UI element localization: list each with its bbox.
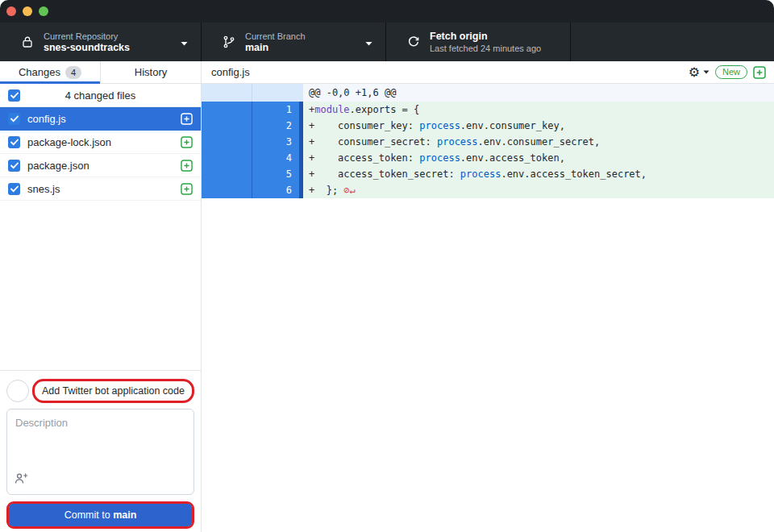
open-file-name: config.js (211, 66, 689, 78)
file-row-package-lock.json[interactable]: package-lock.json (0, 131, 201, 154)
chevron-down-icon (181, 35, 188, 49)
annotation-highlight-summary: Add Twitter bot application code (32, 379, 194, 403)
current-branch-label: Current Branch (245, 31, 360, 42)
diff-code-text: + access_token_secret: process.env.acces… (303, 166, 774, 182)
close-window-button[interactable] (6, 6, 16, 16)
fetch-origin-button[interactable]: Fetch origin Last fetched 24 minutes ago (386, 23, 571, 61)
file-row-config.js[interactable]: config.js (0, 107, 201, 131)
commit-button-prefix: Commit to (64, 509, 113, 521)
diff-line-2[interactable]: 2+ consumer_key: process.env.consumer_ke… (202, 118, 774, 134)
sidebar-empty-area (0, 201, 201, 370)
file-row-snes.js[interactable]: snes.js (0, 177, 201, 201)
gear-icon: ⚙ (689, 66, 700, 79)
current-repository-label: Current Repository (44, 31, 176, 42)
hunk-header-text: @@ -0,0 +1,6 @@ (303, 84, 774, 102)
annotation-highlight-commit-button: Commit to main (6, 501, 194, 529)
file-header-bar: config.js ⚙ New (202, 61, 774, 84)
changes-count-badge: 4 (65, 66, 81, 79)
diff-line-6[interactable]: 6+ }; ⊘↵ (202, 182, 774, 198)
diff-code-text: + consumer_key: process.env.consumer_key… (303, 118, 774, 134)
diff-gutter[interactable]: 2 (202, 118, 303, 134)
chevron-down-icon (365, 35, 372, 49)
diff-line-1[interactable]: 1+module.exports = { (202, 102, 774, 118)
diff-gutter[interactable]: 3 (202, 134, 303, 150)
diff-options-button[interactable]: ⚙ (689, 66, 710, 79)
expand-diff-button[interactable] (753, 66, 766, 79)
tab-history[interactable]: History (100, 61, 201, 83)
file-name: package-lock.json (27, 136, 181, 148)
sidebar: Changes 4 History 4 changed files config… (0, 61, 202, 532)
new-file-badge: New (715, 65, 747, 79)
changed-files-count: 4 changed files (0, 89, 201, 102)
file-list: config.jspackage-lock.jsonpackage.jsonsn… (0, 107, 201, 201)
diff-gutter[interactable]: 1 (202, 102, 303, 118)
select-all-checkbox[interactable] (8, 89, 20, 102)
toolbar: Current Repository snes-soundtracks Curr… (0, 23, 774, 61)
current-branch-name: main (245, 42, 360, 54)
current-repository-name: snes-soundtracks (44, 42, 176, 54)
tab-history-label: History (135, 66, 167, 78)
commit-area: Add Twitter bot application code Descrip… (0, 370, 201, 532)
diff-line-4[interactable]: 4+ access_token: process.env.access_toke… (202, 150, 774, 166)
file-row-package.json[interactable]: package.json (0, 154, 201, 177)
diff-code-text: + consumer_secret: process.env.consumer_… (303, 134, 774, 150)
diff-code-text: +module.exports = { (303, 102, 774, 118)
diff-view: @@ -0,0 +1,6 @@ 1+module.exports = {2+ c… (202, 84, 774, 532)
commit-summary-input[interactable]: Add Twitter bot application code (35, 381, 192, 401)
current-branch-dropdown[interactable]: Current Branch main (202, 23, 386, 61)
minimize-window-button[interactable] (23, 6, 32, 16)
diff-gutter[interactable]: 4 (202, 150, 303, 166)
changed-files-header: 4 changed files (0, 84, 201, 107)
tab-changes[interactable]: Changes 4 (0, 61, 100, 83)
file-checkbox[interactable] (8, 113, 20, 125)
tab-changes-label: Changes (19, 66, 60, 78)
diff-code-text: + access_token: process.env.access_token… (303, 150, 774, 166)
file-name: snes.js (27, 183, 181, 195)
fetch-origin-subtitle: Last fetched 24 minutes ago (430, 43, 562, 54)
diff-line-3[interactable]: 3+ consumer_secret: process.env.consumer… (202, 134, 774, 150)
diff-line-5[interactable]: 5+ access_token_secret: process.env.acce… (202, 166, 774, 182)
github-desktop-window: Current Repository snes-soundtracks Curr… (0, 0, 774, 532)
file-name: package.json (27, 160, 181, 172)
file-added-status-icon (181, 160, 193, 172)
file-checkbox[interactable] (8, 160, 20, 172)
add-coauthor-icon[interactable] (15, 472, 28, 488)
git-branch-icon (223, 35, 235, 48)
file-added-status-icon (181, 136, 193, 148)
lock-icon (21, 35, 34, 48)
file-checkbox[interactable] (8, 183, 20, 195)
chevron-down-icon (703, 70, 710, 74)
commit-button[interactable]: Commit to main (9, 504, 192, 526)
fetch-origin-title: Fetch origin (430, 31, 562, 43)
titlebar (0, 0, 774, 23)
commit-button-branch: main (113, 509, 136, 521)
toolbar-empty-area (571, 23, 774, 61)
commit-description-textarea[interactable]: Description (6, 409, 194, 495)
diff-gutter[interactable]: 6 (202, 182, 303, 198)
file-name: config.js (27, 113, 181, 125)
current-repository-dropdown[interactable]: Current Repository snes-soundtracks (0, 23, 202, 61)
description-placeholder: Description (15, 417, 68, 429)
diff-gutter[interactable]: 5 (202, 166, 303, 182)
diff-pane: config.js ⚙ New (202, 61, 774, 532)
plus-square-icon (753, 66, 766, 79)
file-checkbox[interactable] (8, 136, 20, 148)
sync-icon (407, 35, 420, 48)
file-added-status-icon (181, 183, 193, 195)
avatar (6, 380, 29, 402)
hunk-header-row: @@ -0,0 +1,6 @@ (202, 84, 774, 102)
sidebar-tabs: Changes 4 History (0, 61, 201, 84)
zoom-window-button[interactable] (39, 6, 48, 16)
file-added-status-icon (181, 113, 193, 125)
diff-code-text: + }; ⊘↵ (303, 182, 774, 198)
